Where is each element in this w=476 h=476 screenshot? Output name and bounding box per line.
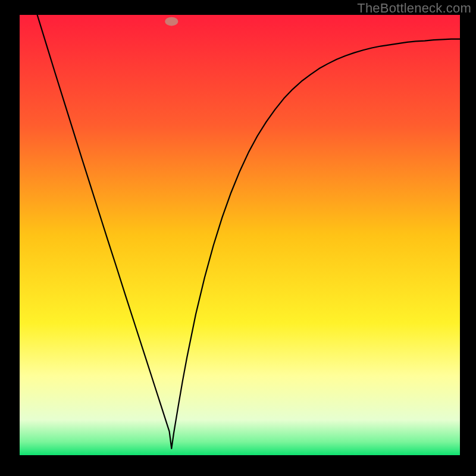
gradient-background <box>20 15 460 455</box>
min-marker <box>165 17 178 26</box>
watermark-text: TheBottleneck.com <box>357 1 471 16</box>
plot-area <box>20 15 460 455</box>
chart-svg <box>20 15 460 455</box>
chart-frame: TheBottleneck.com <box>0 0 476 476</box>
